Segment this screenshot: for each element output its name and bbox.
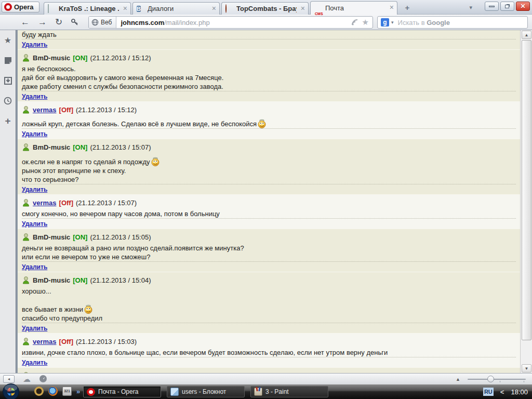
message-text: хорошо...	[22, 287, 516, 296]
tab-kratos[interactable]: KraToS .: Lineage ... ×	[44, 2, 131, 15]
taskbar-button-notepad[interactable]: users - Блокнот	[167, 386, 245, 397]
start-button[interactable]	[2, 383, 20, 399]
zoom-slider-handle[interactable]	[487, 376, 494, 382]
delete-link[interactable]: Удалить	[22, 220, 47, 228]
search-placeholder: Искать в Google	[398, 19, 450, 26]
user-avatar-icon	[22, 233, 30, 241]
message-text: рынок этот впринципе не к спеху.	[22, 166, 516, 175]
language-indicator[interactable]: RU	[483, 388, 494, 396]
message-datetime: (21.12.2013 / 15:07)	[76, 199, 137, 207]
message-text: дай бог ей выздоровить у самого жена бер…	[22, 73, 516, 82]
delete-link[interactable]: Удалить	[22, 186, 47, 193]
message-text: что то серьезное?	[22, 175, 516, 184]
delete-link[interactable]: Удалить	[22, 130, 47, 138]
message-text: деньги не возвращай а рано или поздно сд…	[22, 244, 516, 252]
tab-topcombats[interactable]: TopCombats - Брау... ×	[221, 2, 309, 15]
message-datetime: (21.12.2013 / 15:12)	[90, 54, 151, 62]
new-tab-button[interactable]: +	[401, 3, 414, 12]
bookmark-star-icon[interactable]: ★	[362, 18, 369, 27]
message-text: извини, дочке стало плохо, в больнице ща…	[22, 348, 516, 357]
quick-launch-overflow-icon[interactable]: »	[76, 388, 80, 395]
forward-icon[interactable]: →	[38, 18, 47, 26]
zoom-popup-button[interactable]: ▲	[456, 377, 460, 382]
user-avatar-icon	[22, 143, 30, 151]
back-icon[interactable]: ←	[21, 18, 30, 26]
user-avatar-icon	[22, 337, 30, 345]
username-link[interactable]: vermas	[33, 106, 57, 114]
username-link[interactable]: vermas	[33, 199, 57, 207]
reload-icon[interactable]: ↻	[55, 18, 62, 26]
globe-icon	[91, 19, 99, 26]
delete-link[interactable]: Удалить	[22, 359, 47, 366]
taskbar-clock[interactable]: 18:00	[511, 388, 528, 396]
web-badge-button[interactable]: Веб	[89, 17, 116, 28]
history-clock-icon[interactable]	[3, 96, 12, 105]
close-window-button[interactable]: ✕	[516, 2, 530, 11]
close-tab-icon[interactable]: ×	[390, 4, 394, 11]
message-datetime: (21.12.2013 / 15:04)	[90, 276, 151, 284]
user-avatar-icon	[22, 276, 30, 284]
message: vermas [Off] (21.12.2013 / 15:07) смогу …	[18, 195, 520, 229]
message-text: буду ждать	[22, 30, 516, 39]
wand-key-icon[interactable]	[71, 18, 79, 26]
url-text[interactable]: johncms.com/mail/index.php	[121, 19, 209, 26]
tab-label: TopCombats - Брау...	[236, 5, 297, 12]
search-engine-caret-icon[interactable]: ▾	[391, 20, 394, 25]
scroll-down-icon[interactable]: ▼	[522, 364, 531, 373]
rss-icon[interactable]	[351, 19, 358, 26]
username: BmD-music	[33, 54, 70, 62]
opera-menu-label: Opera	[14, 3, 34, 11]
url-path: /mail/index.php	[164, 19, 209, 26]
quick-launch-icon-1[interactable]	[34, 387, 44, 396]
zoom-slider[interactable]	[468, 375, 526, 383]
taskbar-button-label: Почта - Opera	[98, 388, 138, 395]
taskbar-button-opera[interactable]: Почта - Opera	[83, 386, 161, 397]
taskbar-buttons: Почта - Opera users - Блокнот 3 - Paint	[83, 386, 328, 397]
opera-panel-bar: ★ +	[0, 30, 16, 373]
close-tab-icon[interactable]: ×	[123, 5, 127, 12]
scroll-up-icon[interactable]: ▲	[522, 31, 531, 39]
panel-toggle-button[interactable]: ◂	[3, 375, 15, 383]
firefox-icon[interactable]	[48, 387, 58, 396]
message-text: ок.если не в напряг то сделай я подожду	[22, 157, 516, 166]
username-link[interactable]: vermas	[33, 338, 57, 345]
tab-label: Почта	[325, 4, 344, 12]
message-text: я не беспокоюсь.	[22, 64, 516, 73]
delete-link[interactable]: Удалить	[22, 263, 47, 271]
message: vermas [Off] (21.12.2013 / 15:03) извини…	[18, 334, 520, 368]
username: BmD-music	[33, 233, 70, 241]
add-panel-icon[interactable]: +	[3, 116, 12, 126]
page-icon	[48, 5, 56, 13]
close-tab-icon[interactable]: ×	[301, 5, 305, 12]
tab-dialogi[interactable]: В Диалоги ×	[132, 2, 220, 15]
opera-menu-button[interactable]: Opera	[2, 2, 39, 12]
bookmarks-star-icon[interactable]: ★	[3, 35, 12, 45]
notes-icon[interactable]	[3, 56, 12, 65]
url-domain: johncms.com	[121, 19, 164, 26]
delete-link[interactable]: Удалить	[22, 93, 47, 100]
minimize-button[interactable]	[485, 2, 499, 11]
tab-pochta[interactable]: CMS Почта ×	[310, 1, 397, 15]
system-tray: RU < 18:00	[483, 384, 528, 399]
delete-link[interactable]: Удалить	[22, 325, 47, 332]
taskbar-button-paint[interactable]: 3 - Paint	[250, 386, 328, 397]
johncms-icon: CMS	[314, 4, 323, 12]
scrollbar-thumb[interactable]	[522, 40, 531, 340]
search-field[interactable]: g ▾ Искать в Google	[377, 16, 528, 29]
tray-expand-icon[interactable]: <	[500, 388, 504, 396]
media-player-icon[interactable]: 321	[62, 387, 72, 396]
close-tab-icon[interactable]: ×	[212, 5, 216, 12]
address-bar[interactable]: Веб johncms.com/mail/index.php ★	[88, 16, 373, 29]
opera-link-cloud-icon[interactable]: ☁	[23, 375, 31, 383]
smiley-icon	[257, 119, 267, 128]
message: BmD-music [ON] (21.12.2013 / 15:07) ок.е…	[18, 139, 520, 195]
opera-logo-icon	[4, 3, 12, 11]
paint-icon	[254, 388, 262, 396]
restore-button[interactable]	[500, 2, 514, 11]
downloads-icon[interactable]	[3, 76, 12, 85]
delete-link[interactable]: Удалить	[22, 41, 47, 48]
page-viewport: ★ + буду ждать Удалить BmD-music [ON] (2…	[0, 30, 532, 373]
vertical-scrollbar[interactable]: ▲ ▼	[520, 30, 532, 373]
opera-turbo-icon[interactable]	[39, 375, 47, 384]
tab-list-chevron-icon[interactable]: ▾	[469, 4, 472, 11]
